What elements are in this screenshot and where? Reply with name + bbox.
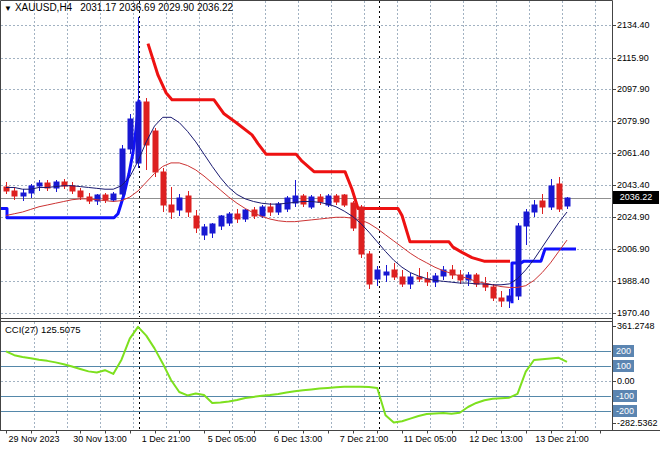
candle [318, 197, 323, 202]
candle [334, 196, 339, 202]
price-axis-label: 2043.40 [617, 180, 650, 190]
time-axis-label: 12 Dec 13:00 [469, 434, 523, 444]
cci-axis-label: 361.2748 [617, 321, 655, 331]
price-axis-label: 2097.90 [617, 84, 650, 94]
candle [169, 205, 174, 212]
candle [161, 172, 166, 205]
candle [367, 254, 372, 284]
price-axis-label: 2134.40 [617, 20, 650, 30]
time-axis-label: 30 Nov 13:00 [73, 434, 127, 444]
candle [557, 184, 562, 209]
candle [301, 196, 306, 204]
price-axis-label: 2079.90 [617, 116, 650, 126]
current-price-marker: 2036.22 [613, 191, 659, 204]
candle [153, 131, 158, 172]
chart-canvas[interactable] [0, 0, 660, 450]
symbol-period-label: XAUUSD,H4 [15, 2, 72, 13]
time-axis-label: 11 Dec 05:00 [404, 434, 457, 444]
candle [120, 149, 125, 194]
chart-title: ▼XAUUSD,H42031.17 2036.69 2029.90 2036.2… [4, 2, 233, 13]
candle [516, 226, 521, 296]
candle [210, 224, 215, 233]
candle [235, 214, 240, 219]
time-axis[interactable]: 29 Nov 202330 Nov 13:001 Dec 21:005 Dec … [0, 431, 660, 450]
candle [103, 195, 108, 200]
price-axis-label: 2061.40 [617, 148, 650, 158]
price-axis-label: 1970.40 [617, 308, 650, 318]
candle [227, 214, 232, 223]
cci-level-badge: -200 [613, 405, 637, 417]
candle [260, 207, 265, 216]
time-axis-label: 13 Dec 21:00 [535, 434, 589, 444]
candle [111, 194, 116, 200]
cci-level-badge: 200 [613, 345, 634, 357]
candle [499, 298, 504, 301]
panel-splitter[interactable] [0, 317, 612, 323]
candle [532, 205, 537, 212]
candle [491, 287, 496, 298]
time-axis-label: 5 Dec 05:00 [208, 434, 257, 444]
candle [202, 227, 207, 235]
cci-indicator-label: CCI(27) 125.5075 [5, 324, 81, 335]
candle [78, 191, 83, 197]
symbol-dropdown-icon[interactable]: ▼ [4, 4, 12, 13]
candle [243, 210, 248, 219]
cci-level-badge: -100 [613, 390, 637, 402]
candle [342, 195, 347, 205]
chart-window: ▼XAUUSD,H42031.17 2036.69 2029.90 2036.2… [0, 0, 660, 450]
time-axis-label: 6 Dec 13:00 [274, 434, 323, 444]
candle [392, 270, 397, 277]
candle [384, 272, 389, 275]
cci-level-badge: 100 [613, 360, 634, 372]
candle [549, 186, 554, 207]
time-axis-label: 29 Nov 2023 [8, 434, 59, 444]
candle [375, 270, 380, 279]
candle [524, 212, 529, 226]
candle [21, 193, 26, 196]
price-axis-label: 2115.90 [617, 53, 649, 63]
candle [400, 277, 405, 284]
candle [474, 275, 479, 284]
candle [268, 207, 273, 212]
price-axis-label: 2024.90 [617, 212, 650, 222]
candle [128, 119, 133, 149]
candle [177, 198, 182, 210]
candle [70, 186, 75, 191]
candle [136, 102, 141, 163]
price-axis-label: 1988.40 [617, 276, 650, 286]
candle [219, 216, 224, 226]
candle [540, 201, 545, 207]
candle [507, 296, 512, 301]
cci-axis-label: 0.00 [617, 376, 635, 386]
time-axis-label: 1 Dec 21:00 [142, 434, 191, 444]
time-axis-label: 7 Dec 21:00 [340, 434, 389, 444]
price-axis[interactable]: 2036.22 2134.402115.902097.902079.902061… [612, 0, 660, 430]
cci-axis-label: -282.5362 [617, 418, 658, 428]
price-axis-label: 2006.90 [617, 244, 650, 254]
candle [408, 277, 413, 284]
candle [565, 198, 570, 206]
candle [37, 183, 42, 186]
ohlc-values: 2031.17 2036.69 2029.90 2036.22 [80, 2, 233, 13]
candle [194, 216, 199, 228]
candle [186, 196, 191, 212]
candle [359, 207, 364, 254]
candle [276, 204, 281, 212]
candle [12, 191, 17, 196]
